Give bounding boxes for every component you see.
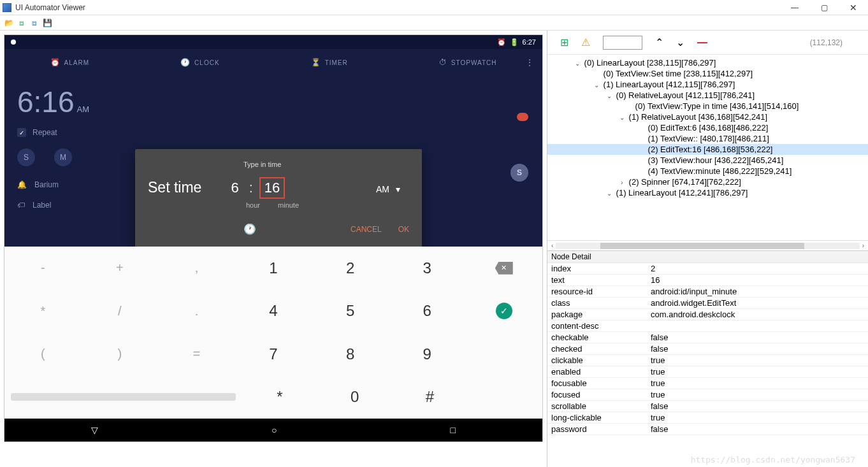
- repeat-checkbox[interactable]: ✓: [17, 128, 26, 137]
- key-hash[interactable]: #: [393, 376, 468, 419]
- warning-icon[interactable]: ⚠: [581, 36, 590, 48]
- expand-icon[interactable]: ⌄: [592, 82, 601, 89]
- repeat-label: Repeat: [33, 128, 57, 137]
- tree-row[interactable]: ⌄ (1) LinearLayout [412,241][786,297]: [547, 187, 868, 198]
- dialog-title: Set time: [148, 179, 201, 196]
- day-sat[interactable]: S: [510, 164, 528, 182]
- device-screenshot[interactable]: ⏰ 🔋 6:27 ⏰ALARM 🕐CLOCK ⏳TIMER ⏱STOPWATCH…: [4, 34, 543, 442]
- key-star2[interactable]: *: [242, 376, 317, 419]
- cancel-button[interactable]: CANCEL: [351, 225, 382, 234]
- nav-recents-icon[interactable]: □: [451, 425, 456, 435]
- expand-icon[interactable]: ›: [618, 179, 626, 186]
- tree-row[interactable]: ⌄ (0) LinearLayout [238,115][786,297]: [547, 57, 868, 68]
- tree-row[interactable]: (0) TextView:Type in time [436,141][514,…: [547, 101, 868, 111]
- alarm-tab-icon: ⏰: [50, 58, 61, 67]
- nav-back-icon[interactable]: ▽: [91, 425, 98, 435]
- alarm-time[interactable]: 6:16AM: [17, 85, 530, 119]
- day-mon[interactable]: M: [54, 148, 72, 166]
- key-8[interactable]: 8: [312, 333, 389, 376]
- detail-key: text: [547, 275, 647, 285]
- delete-icon[interactable]: —: [697, 37, 707, 48]
- key-3[interactable]: 3: [389, 247, 466, 290]
- open-icon[interactable]: 📂: [4, 18, 14, 28]
- nav-down-icon[interactable]: ⌄: [676, 36, 684, 48]
- key-comma[interactable]: ,: [158, 247, 235, 290]
- alarm-label[interactable]: Label: [33, 201, 51, 210]
- expand-icon[interactable]: ⌄: [573, 60, 582, 67]
- detail-key: checkable: [547, 333, 647, 342]
- device-dump-icon[interactable]: ⧈: [29, 18, 40, 28]
- ampm-spinner[interactable]: AM▾: [376, 184, 400, 194]
- detail-key: password: [547, 424, 647, 434]
- detail-value: [647, 321, 868, 331]
- detail-key: package: [547, 310, 647, 319]
- key-2[interactable]: 2: [312, 247, 389, 290]
- expand-icon[interactable]: ⌄: [605, 190, 614, 197]
- tree-row[interactable]: (1) TextView:: [480,178][486,211]: [547, 133, 868, 144]
- scroll-left-icon[interactable]: ‹: [551, 242, 553, 249]
- nav-home-icon[interactable]: ○: [271, 425, 277, 435]
- key-star[interactable]: *: [4, 290, 82, 333]
- tree-row[interactable]: ⌄ (0) RelativeLayout [412,115][786,241]: [547, 90, 868, 101]
- backspace-icon: ✕: [495, 262, 513, 275]
- close-button[interactable]: ✕: [839, 0, 868, 15]
- android-navbar: ▽ ○ □: [4, 419, 542, 442]
- key-9[interactable]: 9: [389, 333, 466, 376]
- key-dash[interactable]: -: [4, 247, 82, 290]
- ringtone-label[interactable]: Barium: [34, 180, 59, 189]
- hierarchy-tree[interactable]: ⌄ (0) LinearLayout [238,115][786,297] (0…: [547, 55, 868, 240]
- key-space[interactable]: [11, 393, 236, 401]
- key-7[interactable]: 7: [235, 333, 312, 376]
- key-equals[interactable]: =: [158, 333, 235, 376]
- maximize-button[interactable]: ▢: [809, 0, 839, 15]
- tag-icon: 🏷: [17, 201, 25, 210]
- key-0[interactable]: 0: [317, 376, 393, 419]
- alarm-toggle[interactable]: [517, 113, 528, 121]
- nav-up-icon[interactable]: ⌃: [655, 36, 663, 48]
- search-input[interactable]: [603, 36, 642, 50]
- key-plus[interactable]: +: [82, 247, 159, 290]
- alarm-detail: 6:16AM ✓ Repeat S M 🔔 Barium 🏷: [4, 76, 542, 273]
- minute-input[interactable]: 16: [259, 177, 285, 199]
- tree-row[interactable]: ⌄ (1) LinearLayout [412,115][786,297]: [547, 79, 868, 90]
- save-icon[interactable]: 💾: [42, 18, 52, 28]
- day-sun[interactable]: S: [17, 148, 35, 166]
- tree-row[interactable]: (0) EditText:6 [436,168][486,222]: [547, 122, 868, 133]
- hour-input[interactable]: 6: [227, 178, 242, 198]
- expand-all-icon[interactable]: ⊞: [560, 36, 568, 48]
- key-rparen[interactable]: ): [82, 333, 159, 376]
- ok-button[interactable]: OK: [398, 225, 409, 234]
- scroll-track[interactable]: [556, 243, 859, 249]
- detail-row: focusedtrue: [547, 389, 868, 401]
- detail-value: false: [647, 344, 868, 354]
- scroll-right-icon[interactable]: ›: [862, 242, 864, 249]
- device-screenshot-icon[interactable]: ⧈: [17, 18, 27, 28]
- key-lparen[interactable]: (: [4, 333, 82, 376]
- tree-h-scrollbar[interactable]: ‹ ›: [547, 240, 868, 250]
- tree-row[interactable]: (2) EditText:16 [486,168][536,222]: [547, 144, 868, 155]
- tree-row[interactable]: (0) TextView:Set time [238,115][412,297]: [547, 68, 868, 79]
- minimize-button[interactable]: —: [780, 0, 809, 15]
- tab-clock[interactable]: 🕐CLOCK: [180, 58, 219, 67]
- key-5[interactable]: 5: [312, 290, 389, 333]
- key-4[interactable]: 4: [235, 290, 312, 333]
- tree-row[interactable]: › (2) Spinner [674,174][762,222]: [547, 176, 868, 187]
- scroll-thumb[interactable]: [600, 243, 804, 249]
- expand-icon[interactable]: ⌄: [618, 114, 626, 121]
- detail-value: false: [647, 424, 868, 434]
- tab-alarm[interactable]: ⏰ALARM: [50, 58, 89, 67]
- more-icon[interactable]: ⋮: [525, 57, 535, 68]
- key-1[interactable]: 1: [235, 247, 312, 290]
- key-dot[interactable]: .: [158, 290, 235, 333]
- tree-row[interactable]: (4) TextView:minute [486,222][529,241]: [547, 166, 868, 176]
- clock-mode-icon[interactable]: 🕐: [243, 223, 256, 235]
- tab-stopwatch[interactable]: ⏱STOPWATCH: [439, 58, 497, 67]
- key-slash[interactable]: /: [82, 290, 159, 333]
- expand-icon[interactable]: ⌄: [605, 92, 614, 99]
- key-backspace[interactable]: ✕: [465, 247, 542, 290]
- tree-row[interactable]: (3) TextView:hour [436,222][465,241]: [547, 155, 868, 166]
- tree-row[interactable]: ⌄ (1) RelativeLayout [436,168][542,241]: [547, 111, 868, 122]
- tab-timer[interactable]: ⏳TIMER: [311, 58, 348, 67]
- key-6[interactable]: 6: [389, 290, 466, 333]
- key-enter[interactable]: ✓: [465, 290, 542, 333]
